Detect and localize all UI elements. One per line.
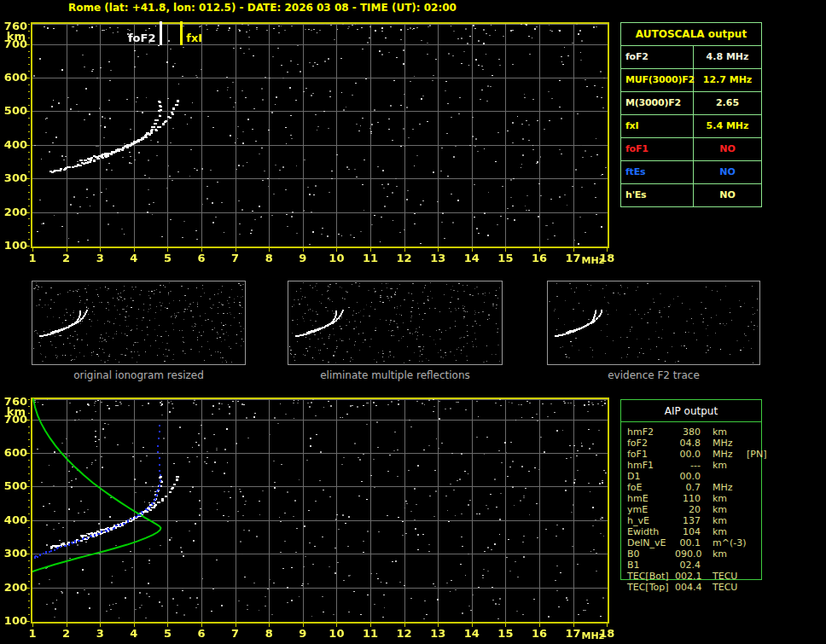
autoscala-row-value: NO bbox=[694, 138, 761, 160]
bottom-profile-canvas bbox=[0, 391, 618, 644]
autoscala-row-label: foF2 bbox=[621, 46, 694, 68]
autoscala-row-label: MUF(3000)F2 bbox=[621, 69, 694, 91]
autoscala-row: ftEs NO bbox=[621, 161, 761, 184]
top-ionogram-canvas bbox=[0, 15, 618, 268]
autoscala-row-value: 5.4 MHz bbox=[694, 115, 761, 137]
autoscala-row-value: 12.7 MHz bbox=[694, 69, 761, 91]
aip-row: DelN_vE 00.1 m^(-3) bbox=[627, 537, 760, 548]
autoscala-row-value: 4.8 MHz bbox=[694, 46, 761, 68]
autoscala-row-label: ftEs bbox=[621, 161, 694, 183]
autoscala-table-title: AUTOSCALA output bbox=[621, 23, 761, 46]
aip-table: AIP output hmF2 380 km foF2 04.8 MHz foF… bbox=[620, 399, 762, 580]
aip-row: TEC[Top] 004.4 TECU bbox=[627, 582, 760, 593]
aip-row: h_vE 137 km bbox=[627, 515, 760, 526]
thumb-caption-evidence: evidence F2 trace bbox=[547, 369, 760, 381]
autoscala-row-label: fxI bbox=[621, 115, 694, 137]
autoscala-row-value: NO bbox=[694, 184, 761, 206]
autoscala-row-value: NO bbox=[694, 161, 761, 183]
autoscala-row: M(3000)F2 2.65 bbox=[621, 92, 761, 115]
aip-row: foF2 04.8 MHz bbox=[627, 438, 760, 449]
autoscala-row-value: 2.65 bbox=[694, 92, 761, 114]
aip-row: B1 02.4 bbox=[627, 560, 760, 571]
autoscala-row-label: foF1 bbox=[621, 138, 694, 160]
aip-row: foE 0.7 MHz bbox=[627, 482, 760, 493]
thumb-caption-eliminate: eliminate multiple reflections bbox=[288, 369, 503, 381]
thumb-caption-original: original ionogram resized bbox=[32, 369, 246, 381]
aip-row: D1 00.0 bbox=[627, 471, 760, 482]
thumb-canvas-0 bbox=[32, 281, 246, 365]
aip-row: Ewidth 104 km bbox=[627, 526, 760, 537]
autoscala-row: foF2 4.8 MHz bbox=[621, 46, 761, 69]
aip-row: hmF1 --- km bbox=[627, 460, 760, 471]
aip-row: hmF2 380 km bbox=[627, 426, 760, 438]
aip-row: ymE 20 km bbox=[627, 504, 760, 515]
autoscala-row-label: h'Es bbox=[621, 184, 694, 206]
thumb-canvas-1 bbox=[288, 281, 503, 365]
autoscala-row: h'Es NO bbox=[621, 184, 761, 206]
aip-row: foF1 00.0 MHz [PN] bbox=[627, 449, 760, 460]
autoscala-row: fxI 5.4 MHz bbox=[621, 115, 761, 138]
aip-rows: hmF2 380 km foF2 04.8 MHz foF1 00.0 MHz … bbox=[627, 426, 760, 593]
autoscala-window: Rome (lat: +41.8, lon: 012.5) - DATE: 20… bbox=[0, 0, 826, 644]
aip-table-title: AIP output bbox=[621, 400, 761, 422]
aip-row: TEC[Bot] 002.1 TECU bbox=[627, 571, 760, 582]
autoscala-row-label: M(3000)F2 bbox=[621, 92, 694, 114]
autoscala-row: foF1 NO bbox=[621, 138, 761, 161]
autoscala-row: MUF(3000)F2 12.7 MHz bbox=[621, 69, 761, 92]
autoscala-table: AUTOSCALA output foF2 4.8 MHz MUF(3000)F… bbox=[620, 22, 762, 207]
window-title: Rome (lat: +41.8, lon: 012.5) - DATE: 20… bbox=[68, 2, 457, 14]
aip-row: B0 090.0 km bbox=[627, 548, 760, 560]
aip-row: hmE 110 km bbox=[627, 493, 760, 504]
thumb-canvas-2 bbox=[547, 281, 760, 365]
